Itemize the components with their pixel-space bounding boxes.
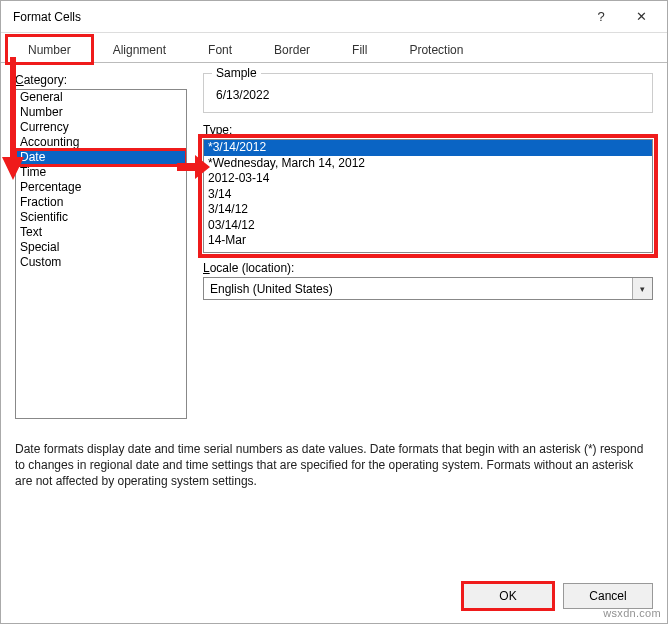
- locale-label: Locale (location):: [203, 261, 653, 275]
- help-button[interactable]: ?: [581, 3, 621, 31]
- type-listbox[interactable]: *3/14/2012 *Wednesday, March 14, 2012 20…: [203, 139, 653, 253]
- tab-alignment[interactable]: Alignment: [92, 36, 187, 62]
- category-item-custom[interactable]: Custom: [16, 255, 186, 270]
- format-description: Date formats display date and time seria…: [15, 441, 653, 490]
- locale-value: English (United States): [204, 282, 632, 296]
- category-item-special[interactable]: Special: [16, 240, 186, 255]
- type-item-6[interactable]: 14-Mar: [204, 233, 652, 249]
- tab-protection[interactable]: Protection: [388, 36, 484, 62]
- ok-button[interactable]: OK: [463, 583, 553, 609]
- category-item-scientific[interactable]: Scientific: [16, 210, 186, 225]
- type-item-1[interactable]: *Wednesday, March 14, 2012: [204, 156, 652, 172]
- dialog-title: Format Cells: [13, 10, 581, 24]
- titlebar: Format Cells ? ✕: [1, 1, 667, 33]
- type-label: Type:: [203, 123, 653, 137]
- chevron-down-icon[interactable]: ▾: [632, 278, 652, 299]
- category-item-percentage[interactable]: Percentage: [16, 180, 186, 195]
- category-item-time[interactable]: Time: [16, 165, 186, 180]
- sample-label: Sample: [212, 66, 261, 80]
- category-item-number[interactable]: Number: [16, 105, 186, 120]
- content-area: Category: General Number Currency Accoun…: [1, 63, 667, 573]
- category-label: Category:: [15, 73, 187, 87]
- watermark: wsxdn.com: [603, 607, 661, 619]
- tab-font[interactable]: Font: [187, 36, 253, 62]
- close-button[interactable]: ✕: [621, 3, 661, 31]
- category-item-accounting[interactable]: Accounting: [16, 135, 186, 150]
- category-item-fraction[interactable]: Fraction: [16, 195, 186, 210]
- category-item-currency[interactable]: Currency: [16, 120, 186, 135]
- category-listbox[interactable]: General Number Currency Accounting Date …: [15, 89, 187, 419]
- type-item-2[interactable]: 2012-03-14: [204, 171, 652, 187]
- cancel-button[interactable]: Cancel: [563, 583, 653, 609]
- format-cells-dialog: Format Cells ? ✕ Number Alignment Font B…: [0, 0, 668, 624]
- type-item-4[interactable]: 3/14/12: [204, 202, 652, 218]
- locale-dropdown[interactable]: English (United States) ▾: [203, 277, 653, 300]
- dialog-footer: OK Cancel: [1, 573, 667, 623]
- locale-label-rest: ocale (location):: [210, 261, 295, 275]
- category-item-date[interactable]: Date: [16, 150, 186, 165]
- sample-group: Sample 6/13/2022: [203, 73, 653, 113]
- tab-border[interactable]: Border: [253, 36, 331, 62]
- tab-fill[interactable]: Fill: [331, 36, 388, 62]
- type-item-5[interactable]: 03/14/12: [204, 218, 652, 234]
- tab-number[interactable]: Number: [7, 36, 92, 63]
- category-item-general[interactable]: General: [16, 90, 186, 105]
- sample-value: 6/13/2022: [214, 88, 642, 102]
- category-item-text[interactable]: Text: [16, 225, 186, 240]
- type-label-rest: ype:: [210, 123, 233, 137]
- category-label-rest: ategory:: [24, 73, 67, 87]
- tab-strip: Number Alignment Font Border Fill Protec…: [1, 33, 667, 63]
- type-item-0[interactable]: *3/14/2012: [204, 140, 652, 156]
- type-item-3[interactable]: 3/14: [204, 187, 652, 203]
